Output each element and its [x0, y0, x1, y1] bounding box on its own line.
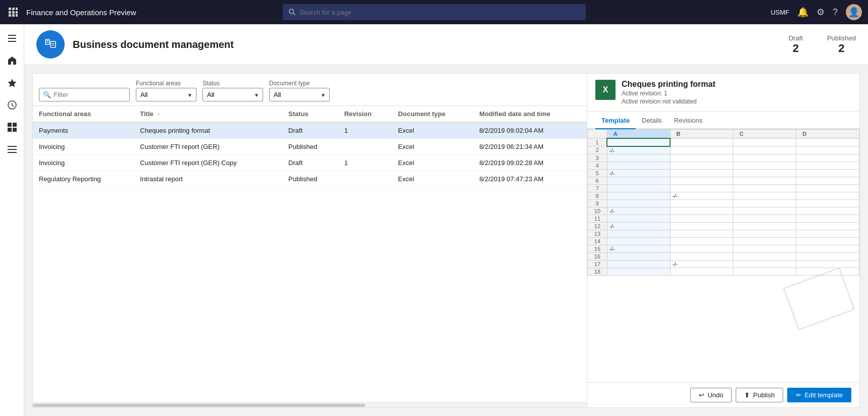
tab-details[interactable]: Details: [636, 112, 668, 129]
excel-cell[interactable]: [607, 230, 670, 237]
col-revision[interactable]: Revision: [338, 106, 392, 122]
excel-cell[interactable]: [670, 237, 733, 245]
excel-cell[interactable]: [733, 207, 796, 215]
functional-areas-select[interactable]: All: [136, 88, 196, 101]
tab-template[interactable]: Template: [595, 112, 636, 129]
excel-col-A[interactable]: A: [607, 130, 670, 139]
excel-cell[interactable]: [796, 207, 859, 215]
excel-cell[interactable]: [733, 177, 796, 184]
undo-button[interactable]: ↩ Undo: [690, 388, 732, 402]
tab-revisions[interactable]: Revisions: [668, 112, 708, 129]
excel-cell[interactable]: [607, 252, 670, 260]
excel-cell[interactable]: [796, 215, 859, 222]
excel-cell[interactable]: [670, 184, 733, 192]
status-select[interactable]: All: [202, 88, 263, 101]
excel-cell[interactable]: [796, 138, 859, 146]
excel-cell[interactable]: [733, 162, 796, 169]
excel-cell[interactable]: [796, 237, 859, 245]
excel-row[interactable]: 15-/-: [588, 245, 859, 252]
publish-button[interactable]: ⬆ Publish: [736, 388, 783, 402]
user-avatar[interactable]: 👤: [846, 4, 862, 20]
excel-cell[interactable]: [733, 260, 796, 268]
excel-cell[interactable]: [607, 268, 670, 275]
excel-cell[interactable]: [670, 177, 733, 184]
excel-cell[interactable]: -/-: [607, 222, 670, 230]
excel-cell[interactable]: [796, 162, 859, 169]
excel-row[interactable]: 7: [588, 184, 859, 192]
excel-cell[interactable]: [796, 146, 859, 154]
sidebar-item-grid[interactable]: [2, 117, 22, 137]
excel-cell[interactable]: [733, 222, 796, 230]
excel-cell[interactable]: [733, 146, 796, 154]
sidebar-item-favorites[interactable]: [2, 73, 22, 93]
excel-cell[interactable]: [733, 199, 796, 207]
excel-cell[interactable]: -/-: [607, 146, 670, 154]
excel-cell[interactable]: [607, 162, 670, 169]
excel-cell[interactable]: [607, 260, 670, 268]
excel-cell[interactable]: -/-: [670, 192, 733, 199]
excel-cell[interactable]: [670, 222, 733, 230]
excel-cell[interactable]: [607, 154, 670, 162]
excel-cell[interactable]: [670, 146, 733, 154]
excel-cell[interactable]: [670, 215, 733, 222]
excel-cell[interactable]: [733, 237, 796, 245]
excel-cell[interactable]: [733, 268, 796, 275]
excel-cell[interactable]: [607, 184, 670, 192]
excel-row[interactable]: 8-/-: [588, 192, 859, 199]
excel-cell[interactable]: -/-: [607, 169, 670, 177]
excel-row[interactable]: 11: [588, 215, 859, 222]
excel-cell[interactable]: [670, 138, 733, 146]
table-scrollbar[interactable]: [33, 402, 587, 407]
excel-cell[interactable]: [733, 138, 796, 146]
filter-input[interactable]: [39, 88, 130, 101]
excel-cell[interactable]: [670, 207, 733, 215]
excel-cell[interactable]: -/-: [670, 260, 733, 268]
excel-cell[interactable]: [796, 222, 859, 230]
sidebar-item-recent[interactable]: [2, 95, 22, 115]
excel-cell[interactable]: [670, 245, 733, 252]
excel-cell[interactable]: -/-: [607, 245, 670, 252]
excel-cell[interactable]: -/-: [607, 207, 670, 215]
excel-cell[interactable]: [796, 192, 859, 199]
settings-icon[interactable]: ⚙: [816, 7, 825, 18]
table-row[interactable]: Invoicing Customer FTI report (GER) Copy…: [33, 155, 587, 171]
excel-cell[interactable]: [607, 199, 670, 207]
edit-template-button[interactable]: ✏ Edit template: [787, 388, 851, 402]
excel-cell[interactable]: [796, 245, 859, 252]
col-document-type[interactable]: Document type: [392, 106, 473, 122]
excel-row[interactable]: 2-/-: [588, 146, 859, 154]
excel-cell[interactable]: [796, 199, 859, 207]
notification-icon[interactable]: 🔔: [797, 7, 808, 18]
excel-cell[interactable]: [733, 184, 796, 192]
excel-cell[interactable]: [670, 162, 733, 169]
excel-cell[interactable]: [796, 230, 859, 237]
excel-cell[interactable]: [607, 138, 670, 146]
excel-cell[interactable]: [796, 169, 859, 177]
excel-row[interactable]: 6: [588, 177, 859, 184]
excel-row[interactable]: 5-/-: [588, 169, 859, 177]
excel-cell[interactable]: [733, 192, 796, 199]
help-icon[interactable]: ?: [833, 7, 838, 18]
excel-row[interactable]: 4: [588, 162, 859, 169]
search-bar[interactable]: [283, 4, 586, 20]
sidebar-item-home[interactable]: [2, 50, 22, 71]
excel-row[interactable]: 18: [588, 268, 859, 275]
excel-cell[interactable]: [607, 237, 670, 245]
excel-cell[interactable]: [670, 154, 733, 162]
excel-cell[interactable]: [670, 252, 733, 260]
document-type-select[interactable]: All: [269, 88, 330, 101]
col-status[interactable]: Status: [282, 106, 338, 122]
excel-col-B[interactable]: B: [670, 130, 733, 139]
excel-cell[interactable]: [796, 154, 859, 162]
excel-cell[interactable]: [607, 215, 670, 222]
waffle-menu-icon[interactable]: [6, 5, 20, 19]
excel-row[interactable]: 3: [588, 154, 859, 162]
excel-row[interactable]: 9: [588, 199, 859, 207]
excel-cell[interactable]: [670, 199, 733, 207]
excel-row[interactable]: 14: [588, 237, 859, 245]
sidebar-item-list[interactable]: [2, 139, 22, 160]
col-functional-areas[interactable]: Functional areas: [33, 106, 134, 122]
excel-cell[interactable]: [796, 260, 859, 268]
search-input[interactable]: [299, 9, 580, 16]
excel-cell[interactable]: [733, 252, 796, 260]
